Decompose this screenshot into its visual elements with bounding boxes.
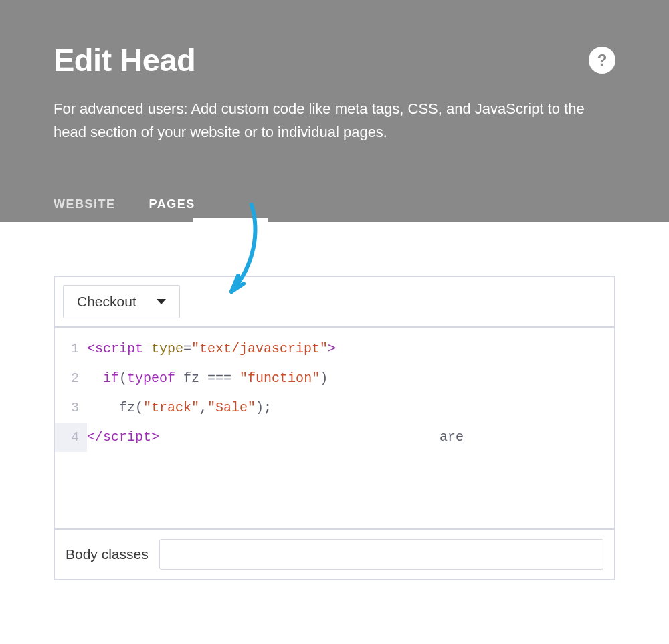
title-row: Edit Head ? [54,41,615,78]
body-classes-label: Body classes [66,546,149,562]
chevron-down-icon [157,299,166,304]
line-content[interactable]: </script> [87,423,614,452]
code-line[interactable]: 2 if(typeof fz === "function") [55,364,614,393]
code-line[interactable]: 3 fz("track","Sale"); [55,393,614,423]
panel-toolbar: Checkout [55,277,614,328]
line-content[interactable]: fz("track","Sale"); [87,393,614,423]
help-button[interactable]: ? [589,47,615,74]
line-number: 1 [55,334,87,364]
header-area: Edit Head ? For advanced users: Add cust… [0,0,669,222]
page-select-dropdown[interactable]: Checkout [63,285,180,318]
tabs: WEBSITE PAGES [54,197,615,222]
page-title: Edit Head [54,41,195,78]
code-editor[interactable]: are 1<script type="text/javascript">2 if… [55,328,614,528]
line-number: 2 [55,364,87,393]
content-area: Checkout are 1<script type="text/javascr… [0,222,669,580]
body-classes-input[interactable] [159,539,603,570]
line-content[interactable]: if(typeof fz === "function") [87,364,614,393]
editor-panel: Checkout are 1<script type="text/javascr… [54,276,615,580]
dropdown-selected-label: Checkout [77,294,136,310]
line-content[interactable]: <script type="text/javascript"> [87,334,614,364]
page-subtitle: For advanced users: Add custom code like… [54,97,602,144]
tab-pages[interactable]: PAGES [149,197,195,222]
tab-website[interactable]: WEBSITE [54,197,116,222]
body-classes-row: Body classes [55,528,614,579]
code-line[interactable]: 4</script> [55,423,614,452]
line-number: 3 [55,393,87,423]
line-number: 4 [55,423,87,452]
stray-text: are [440,423,464,452]
code-line[interactable]: 1<script type="text/javascript"> [55,334,614,364]
